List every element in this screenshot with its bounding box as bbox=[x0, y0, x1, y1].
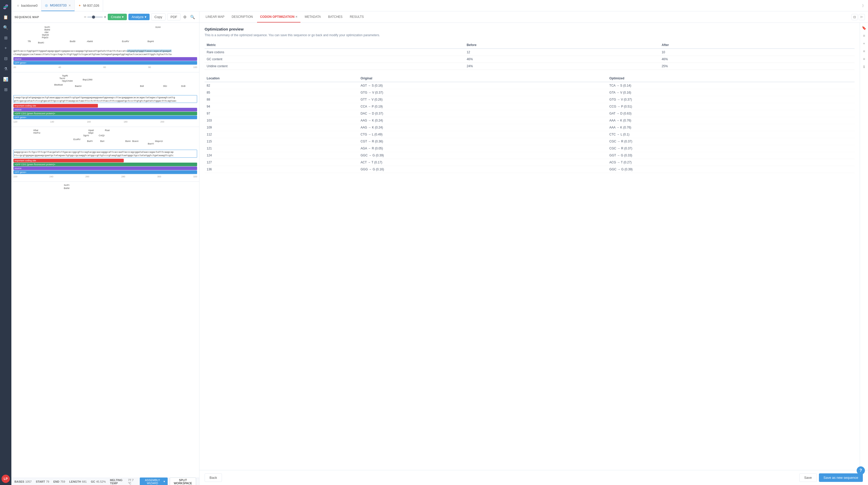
rs-BaeGI: BaeGI bbox=[75, 85, 82, 87]
feature-gfp-2[interactable]: GFP gene bbox=[13, 116, 197, 119]
sidebar-icon-file[interactable]: 📋 bbox=[1, 12, 10, 22]
tab-collapse-btn[interactable]: ⟩ bbox=[860, 3, 866, 9]
seq-block-3: HhaI HinP1I HpaII MspI RsaI SgrAI CviQI … bbox=[11, 127, 199, 179]
rs-EcoRV: EcoRV bbox=[122, 40, 129, 42]
main-content: ○ backbone0 ◎ MG603733 × ✦ M-937,026 ⟩ S… bbox=[11, 0, 868, 485]
tab-close-codon[interactable]: × bbox=[296, 15, 298, 19]
loc-cell-location: 115 bbox=[205, 138, 359, 145]
tab-close-MG603733[interactable]: × bbox=[69, 3, 71, 7]
tab-MG603733[interactable]: ◎ MG603733 × bbox=[41, 0, 75, 11]
seq-block-2: TspRI TscAI HpyCH4III Bsp1286I BtsIMutI … bbox=[11, 72, 199, 125]
tab-codon-opt[interactable]: CODON OPTIMIZATION × bbox=[257, 11, 301, 23]
location-table: Location Original Optimized 82 AGT → S (… bbox=[205, 75, 855, 173]
copy-button[interactable]: Copy bbox=[151, 13, 165, 21]
assembly-wizard-button[interactable]: ASSEMBLY WIZARD ▾ bbox=[140, 478, 168, 485]
user-avatar[interactable]: LP bbox=[2, 475, 10, 483]
pdf-button[interactable]: PDF bbox=[167, 13, 181, 21]
metrics-cell-metric: Rare codons bbox=[205, 49, 464, 56]
loc-header-original: Original bbox=[359, 75, 607, 82]
feature-cds-2[interactable]: GFP CDS (green fluorescent protein) bbox=[13, 112, 197, 115]
sidebar-icon-plus[interactable]: + bbox=[1, 44, 10, 53]
analyze-button[interactable]: Analyze ▾ bbox=[128, 14, 149, 20]
loc-cell-optimized: ACG → T (0.27) bbox=[607, 159, 855, 166]
loc-cell-original: GTT → V (0.26) bbox=[359, 96, 607, 103]
feature-coding-2[interactable]: Important coding site bbox=[13, 104, 98, 108]
sidebar-icon-grid[interactable]: ⊞ bbox=[1, 33, 10, 42]
rs-TscAI: TscAI bbox=[59, 77, 65, 80]
sidebar-icon-chart[interactable]: 📊 bbox=[1, 75, 10, 84]
right-panel-tabs: LINEAR MAP DESCRIPTION CODON OPTIMIZATIO… bbox=[199, 11, 868, 23]
loc-cell-location: 85 bbox=[205, 89, 359, 96]
assembly-chevron-icon: ▾ bbox=[163, 480, 165, 483]
rp-info-icon[interactable]: ℹ bbox=[861, 64, 867, 70]
back-button[interactable]: Back bbox=[205, 474, 222, 482]
feature-source-2[interactable]: source bbox=[13, 108, 197, 111]
rs-BtsIMutI: BtsIMutI bbox=[54, 84, 63, 86]
loc-cell-optimized: GTA → V (0.16) bbox=[607, 89, 855, 96]
rs-HinP1I-3: HinP1I bbox=[33, 132, 40, 134]
search-icon[interactable]: 🔍 bbox=[189, 14, 196, 21]
tab-label-MG603733: MG603733 bbox=[50, 3, 66, 7]
feature-source-3[interactable]: source bbox=[13, 167, 197, 170]
metrics-row: Rare codons 12 10 bbox=[205, 49, 855, 56]
rs-HpaII-3: HpaII bbox=[88, 129, 94, 132]
ruler-1: 20406080100 bbox=[13, 65, 197, 69]
tab-M937026[interactable]: ✦ M-937,026 bbox=[75, 0, 103, 11]
panel-icon-1[interactable]: ⊡ bbox=[851, 14, 858, 20]
sidebar-icon-dna[interactable]: 🧬 bbox=[1, 2, 10, 11]
sidebar-icon-apps[interactable]: ⊞ bbox=[1, 85, 10, 94]
rp-plus-icon[interactable]: + bbox=[861, 40, 867, 47]
zoom-slider[interactable] bbox=[87, 17, 103, 18]
rs-BsrI-3: BsrI bbox=[100, 140, 104, 142]
rp-list3-icon[interactable]: ≡ bbox=[861, 56, 867, 62]
status-gc: GC 45.52% bbox=[91, 480, 106, 483]
rs-TfiI: TfiI bbox=[28, 40, 31, 42]
feature-gfp-1[interactable]: GFP gene bbox=[13, 61, 197, 65]
loc-cell-optimized: AAA → K (0.76) bbox=[607, 117, 855, 124]
loc-cell-original: DAC → D (0.37) bbox=[359, 110, 607, 117]
rp-list2-icon[interactable]: ≡ bbox=[861, 48, 867, 54]
feature-cds-3[interactable]: GFP CDS (green fluorescent protein) bbox=[13, 163, 197, 166]
save-button[interactable]: Save bbox=[799, 474, 817, 482]
right-tab-end: ⊡ ⊢ bbox=[851, 14, 865, 20]
metrics-row: Uridine content 24% 25% bbox=[205, 63, 855, 70]
sidebar-icon-table[interactable]: ⊟ bbox=[1, 54, 10, 63]
loc-cell-original: ACT → T (0.17) bbox=[359, 159, 607, 166]
rs-BsrBI: BsrBI bbox=[70, 40, 75, 42]
rs-Bsp1286I: Bsp1286I bbox=[83, 78, 92, 81]
loc-cell-optimized: CTC → L (0.1) bbox=[607, 131, 855, 138]
sequence-map-header: SEQUENCE MAP − + Create ▾ Analyze bbox=[11, 11, 199, 23]
rs-EcoRV-3: EcoRV bbox=[73, 138, 81, 141]
save-as-new-sequence-button[interactable]: Save as new sequence bbox=[819, 474, 863, 482]
split-workspace-button[interactable]: SPLIT WORKSPACE bbox=[170, 478, 196, 485]
tab-metadata[interactable]: METADATA bbox=[302, 11, 324, 23]
metrics-header-metric: Metric bbox=[205, 41, 464, 49]
toolbar-buttons: − + Create ▾ Analyze ▾ Copy bbox=[84, 13, 196, 21]
tab-linear-map[interactable]: LINEAR MAP bbox=[203, 11, 227, 23]
rs-HpyCH4III: HpyCH4III bbox=[62, 80, 73, 82]
loc-cell-location: 121 bbox=[205, 145, 359, 152]
zoom-in-btn[interactable]: + bbox=[104, 15, 106, 19]
rp-list-icon[interactable]: ≡ bbox=[861, 33, 867, 39]
settings-icon[interactable]: ⚙ bbox=[182, 14, 188, 21]
feature-source-1[interactable]: source bbox=[13, 57, 197, 61]
tab-backbone0[interactable]: ○ backbone0 bbox=[13, 0, 41, 11]
sidebar-icon-search[interactable]: 🔍 bbox=[1, 23, 10, 32]
rs-BseYI-3: BseYI bbox=[148, 142, 154, 145]
sidebar-icon-flask[interactable]: ⚗ bbox=[1, 64, 10, 74]
location-row: 94 CCA → P (0.19) CCG → P (0.51) bbox=[205, 103, 855, 110]
create-button[interactable]: Create ▾ bbox=[108, 14, 127, 20]
rs-AlwNI: AlwNI bbox=[87, 40, 93, 42]
zoom-out-btn[interactable]: − bbox=[84, 15, 86, 19]
status-end: END 759 bbox=[54, 480, 65, 483]
sequence-map-content[interactable]: ScrFI BstNI AleI StyD4I PspGI TfiI BssKI… bbox=[11, 23, 199, 478]
tab-label-backbone0: backbone0 bbox=[21, 4, 38, 7]
panel-icon-2[interactable]: ⊢ bbox=[859, 14, 865, 20]
tab-batches[interactable]: BATCHES bbox=[325, 11, 346, 23]
rp-bookmark-icon[interactable]: 🔖 bbox=[861, 25, 867, 31]
tab-description[interactable]: DESCRIPTION bbox=[228, 11, 256, 23]
help-button[interactable]: ? bbox=[857, 466, 865, 475]
feature-gfp-3[interactable]: GFP gene bbox=[13, 170, 197, 174]
feature-coding-3[interactable]: Important coding site bbox=[13, 159, 124, 162]
tab-results[interactable]: RESULTS bbox=[347, 11, 367, 23]
